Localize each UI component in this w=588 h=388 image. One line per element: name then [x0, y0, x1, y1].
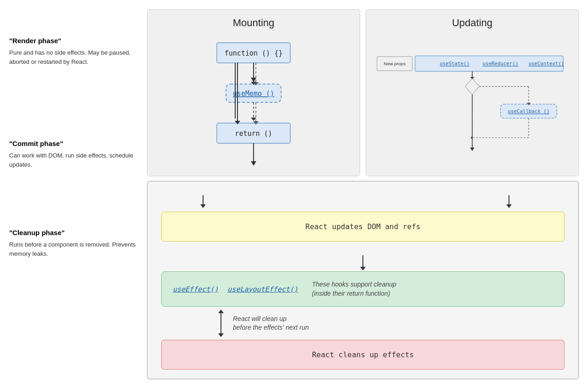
render-phase-desc: Pure and has no side effects. May be pau… [9, 48, 147, 66]
svg-text:useCallback (): useCallback () [508, 108, 550, 114]
svg-marker-48 [218, 309, 224, 313]
arrow-to-effect [358, 255, 368, 271]
cleanup-box: React cleans up effects [161, 340, 565, 370]
svg-marker-30 [470, 77, 474, 79]
effect-box: useEffect() useLayoutEffect() These hook… [161, 271, 565, 307]
commit-phase-block: "Commit phase" Can work with DOM, run si… [9, 140, 147, 169]
cleanup-phase-block: "Cleanup phase" Runs before a component … [9, 229, 147, 258]
cleanup-phase-desc: Runs before a component is removed. Prev… [9, 240, 147, 258]
useEffect-link: useEffect() [173, 285, 218, 293]
svg-text:function () {}: function () {} [225, 49, 283, 57]
svg-text:useReducer(): useReducer() [483, 61, 519, 67]
svg-marker-28 [465, 79, 480, 95]
bidirectional-arrow [216, 309, 226, 337]
mounting-title: Mounting [155, 17, 352, 29]
svg-marker-47 [360, 267, 366, 270]
svg-marker-21 [251, 161, 256, 166]
mounting-diagram: function () {} useMemo () [155, 38, 352, 167]
diagram-area: Mounting function () {} useMemo () [147, 9, 579, 379]
svg-marker-10 [251, 118, 256, 121]
svg-marker-50 [218, 333, 224, 337]
svg-marker-41 [470, 147, 474, 151]
arrow-from-mounting [203, 195, 204, 209]
sidebar: "Render phase" Pure and has no side effe… [9, 9, 147, 379]
commit-phase-desc: Can work with DOM, run side effects, sch… [9, 151, 147, 169]
render-phase-block: "Render phase" Pure and has no side effe… [9, 37, 147, 66]
svg-marker-43 [200, 204, 206, 208]
render-phase-title: "Render phase" [9, 37, 147, 45]
cleanup-phase-title: "Cleanup phase" [9, 229, 147, 236]
commit-phase-title: "Commit phase" [9, 140, 147, 147]
svg-text:return (): return () [235, 129, 272, 138]
mounting-panel: Mounting function () {} useMemo () [147, 9, 360, 176]
arrow-from-updating [509, 195, 509, 209]
svg-text:New props: New props [384, 61, 406, 66]
svg-text:useMemo (): useMemo () [233, 90, 274, 98]
cleanup-note: React will clean upbefore the effects' n… [233, 315, 309, 332]
updating-diagram: New props useState() useReducer() useCon… [373, 38, 571, 167]
svg-marker-45 [506, 204, 512, 208]
bottom-area: React updates DOM and refs useEffect() u… [147, 181, 579, 379]
svg-text:useState(): useState() [440, 61, 469, 67]
effect-hooks-group: useEffect() useLayoutEffect() [173, 285, 298, 293]
updating-title: Updating [373, 17, 571, 29]
effect-note: These hooks support cleanup(inside their… [312, 280, 396, 298]
useLayoutEffect-link: useLayoutEffect() [227, 285, 298, 293]
top-row: Mounting function () {} useMemo () [147, 9, 579, 176]
updating-panel: Updating New props useState() useReducer… [366, 9, 579, 176]
svg-text:useContext(): useContext() [528, 61, 564, 67]
dom-update-box: React updates DOM and refs [161, 212, 565, 242]
